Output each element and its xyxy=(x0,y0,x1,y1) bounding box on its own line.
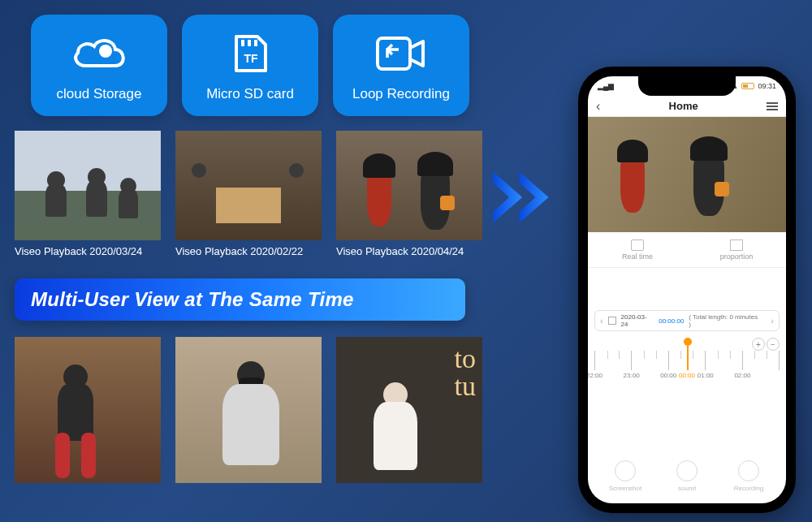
playback-caption: Viseo Playback 2020/04/24 xyxy=(336,240,482,257)
sound-icon xyxy=(676,460,698,481)
tab-realtime[interactable]: Real time xyxy=(588,232,687,267)
tick-label: 01:00 xyxy=(698,372,735,379)
playback-item: Viseo Playback 2020/02/22 xyxy=(175,131,322,257)
proportion-icon xyxy=(730,239,743,251)
date-value: 2020-03-24 xyxy=(621,313,654,328)
date-next-icon[interactable]: › xyxy=(771,316,774,326)
camera-view[interactable] xyxy=(588,117,786,232)
zoom-out-icon[interactable]: − xyxy=(767,338,780,351)
date-prev-icon[interactable]: ‹ xyxy=(600,316,603,326)
feature-sd-card: TF Micro SD card xyxy=(182,15,318,116)
tick-label: 02:00 xyxy=(734,372,771,379)
playback-caption: Viseo Playback 2020/03/24 xyxy=(15,240,161,257)
recording-button[interactable]: Recording xyxy=(718,460,780,492)
view-tabs: Real time proportion xyxy=(588,232,786,268)
realtime-icon xyxy=(631,239,644,251)
phone-screen: ▂▄▆ ▲ 09:31 ‹ Home Real time xyxy=(588,76,786,503)
calendar-icon xyxy=(608,317,616,325)
sound-button[interactable]: sound xyxy=(656,460,718,492)
playback-thumb xyxy=(15,131,161,240)
user-thumb xyxy=(15,337,161,483)
recording-icon xyxy=(738,460,759,481)
playback-item: Viseo Playback 2020/04/24 xyxy=(336,131,482,257)
status-right: ▲ 09:31 xyxy=(732,82,776,90)
playback-caption: Viseo Playback 2020/02/22 xyxy=(175,240,322,257)
menu-icon[interactable] xyxy=(767,102,778,110)
marker-label: 00:00 xyxy=(679,372,695,379)
timeline-marker[interactable] xyxy=(687,343,689,370)
screenshot-button[interactable]: Screenshot xyxy=(594,460,656,492)
feature-cloud-storage: cloud Storage xyxy=(31,15,167,116)
svg-rect-5 xyxy=(378,38,410,69)
tick-label: 23:00 xyxy=(624,372,661,379)
tab-label: Real time xyxy=(622,252,653,261)
heading-text: Multi-User View at The Same Time xyxy=(31,288,354,311)
playback-thumb xyxy=(336,131,482,240)
arrow-icon xyxy=(487,161,560,234)
cloud-icon xyxy=(70,29,128,78)
length-note: ( Total length: 0 minutes ) xyxy=(689,313,761,328)
svg-rect-1 xyxy=(241,40,244,46)
camera-icon xyxy=(615,460,636,481)
status-left: ▂▄▆ xyxy=(598,82,614,90)
svg-rect-3 xyxy=(254,40,257,46)
playback-thumb xyxy=(175,131,322,240)
status-time: 09:31 xyxy=(758,82,776,90)
user-thumb: totu xyxy=(336,337,482,483)
phone-mockup: ▂▄▆ ▲ 09:31 ‹ Home Real time xyxy=(578,67,796,513)
bottom-buttons: Screenshot sound Recording xyxy=(588,460,786,492)
playback-item: Viseo Playback 2020/03/24 xyxy=(15,131,161,257)
feature-loop-recording: Loop Recording xyxy=(333,15,469,116)
button-label: Screenshot xyxy=(609,485,641,492)
phone-notch xyxy=(638,76,736,96)
svg-rect-2 xyxy=(248,40,251,46)
feature-label: Micro SD card xyxy=(206,86,294,102)
tick-label: 22:00 xyxy=(588,372,624,379)
svg-point-0 xyxy=(99,45,112,58)
sd-card-icon: TF xyxy=(228,29,272,78)
time-value: 00:00:00 xyxy=(659,317,684,325)
button-label: Recording xyxy=(734,485,763,492)
app-header: ‹ Home xyxy=(588,96,786,117)
button-label: sound xyxy=(678,485,696,492)
back-icon[interactable]: ‹ xyxy=(596,99,600,114)
feature-label: Loop Recording xyxy=(352,86,450,102)
tab-proportion[interactable]: proportion xyxy=(687,232,786,267)
zoom-in-icon[interactable]: + xyxy=(752,338,765,351)
user-thumb xyxy=(175,337,322,483)
date-row: ‹ 2020-03-24 00:00:00 ( Total length: 0 … xyxy=(594,310,780,331)
app-title: Home xyxy=(669,100,698,112)
loop-recording-icon xyxy=(374,29,428,78)
timeline[interactable]: + − 22:00 23:00 00:00 01:00 02:00 00:00 xyxy=(594,338,780,385)
svg-text:TF: TF xyxy=(244,52,258,65)
feature-label: cloud Storage xyxy=(57,86,142,102)
tab-label: proportion xyxy=(720,252,754,261)
heading-banner: Multi-User View at The Same Time xyxy=(15,278,465,321)
